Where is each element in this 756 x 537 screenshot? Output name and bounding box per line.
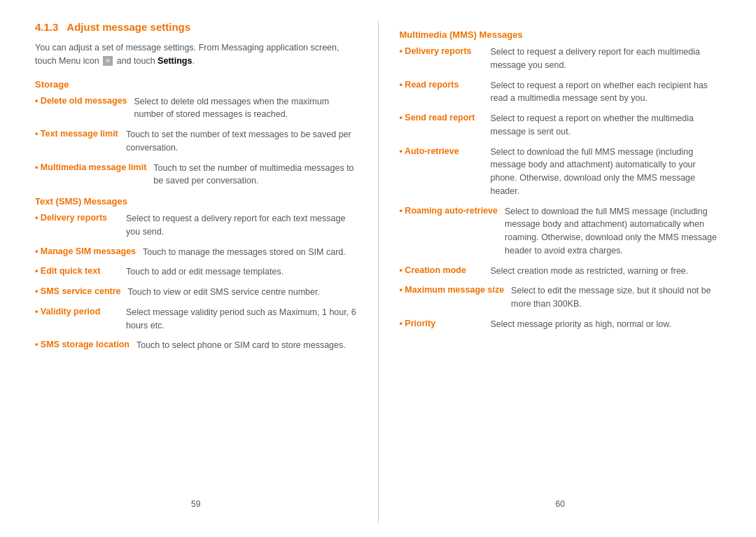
- item-label: Maximum message size: [400, 284, 512, 297]
- item-desc: Touch to view or edit SMS service centre…: [128, 286, 357, 299]
- list-item: SMS service centre Touch to view or edit…: [35, 286, 357, 299]
- sms-section-title: Text (SMS) Messages: [35, 196, 357, 207]
- item-desc: Select to download the full MMS message …: [505, 205, 721, 258]
- item-desc: Touch to set the number of text messages…: [126, 128, 357, 155]
- menu-icon: ≡: [103, 56, 113, 66]
- list-item: Priority Select message priority as high…: [400, 318, 722, 331]
- page-right: Multimedia (MMS) Messages Delivery repor…: [379, 21, 743, 523]
- storage-section-title: Storage: [35, 79, 357, 90]
- list-item: Creation mode Select creation mode as re…: [400, 265, 722, 278]
- page-left: 4.1.3 Adjust message settings You can ad…: [14, 21, 379, 523]
- mms-list: Delivery reports Select to request a del…: [400, 46, 722, 331]
- list-item: Read reports Select to request a report …: [400, 79, 722, 106]
- item-desc: Select creation mode as restricted, warn…: [491, 265, 722, 278]
- mms-section-title: Multimedia (MMS) Messages: [400, 29, 722, 40]
- list-item: Validity period Select message validity …: [35, 306, 357, 333]
- item-label: SMS storage location: [35, 339, 136, 351]
- list-item: Auto-retrieve Select to download the ful…: [400, 146, 722, 198]
- list-item: Delivery reports Select to request a del…: [400, 46, 722, 72]
- intro-text-middle: and touch: [117, 56, 155, 66]
- item-label: Text message limit: [35, 128, 126, 141]
- item-desc: Select message priority as high, normal …: [491, 318, 722, 331]
- item-label: Delete old messages: [35, 95, 134, 108]
- page-number-left: 59: [14, 492, 378, 516]
- item-label: Read reports: [400, 79, 491, 92]
- chapter-heading: Adjust message settings: [66, 21, 190, 33]
- list-item: Manage SIM messages Touch to manage the …: [35, 246, 357, 259]
- list-item: SMS storage location Touch to select pho…: [35, 339, 357, 352]
- item-desc: Select to download the full MMS message …: [491, 146, 722, 198]
- item-label: Send read report: [400, 112, 491, 125]
- settings-bold: Settings: [158, 56, 192, 66]
- item-label: SMS service centre: [35, 286, 128, 298]
- item-desc: Touch to add or edit message templates.: [126, 265, 357, 279]
- intro-paragraph: You can adjust a set of message settings…: [35, 41, 357, 68]
- page-number-right: 60: [379, 492, 743, 516]
- item-desc: Select to request a report on whether th…: [491, 112, 722, 139]
- item-label: Multimedia message limit: [35, 162, 153, 174]
- chapter-number: 4.1.3: [35, 21, 58, 33]
- item-desc: Touch to set the number of multimedia me…: [153, 162, 356, 188]
- item-label: Delivery reports: [35, 212, 126, 225]
- item-label: Creation mode: [400, 265, 491, 277]
- item-label: Edit quick text: [35, 265, 126, 278]
- storage-list: Delete old messages Select to delete old…: [35, 95, 357, 188]
- item-desc: Select to request a report on whether ea…: [491, 79, 722, 106]
- item-desc: Select to delete old messages when the m…: [134, 95, 357, 122]
- chapter-title: 4.1.3 Adjust message settings: [35, 21, 357, 33]
- list-item: Text message limit Touch to set the numb…: [35, 128, 357, 155]
- list-item: Multimedia message limit Touch to set th…: [35, 162, 357, 188]
- item-label: Validity period: [35, 306, 126, 319]
- list-item: Delivery reports Select to request a del…: [35, 212, 357, 239]
- item-desc: Select message validity period such as M…: [126, 306, 357, 333]
- item-label: Roaming auto-retrieve: [400, 205, 505, 218]
- item-label: Manage SIM messages: [35, 246, 143, 258]
- item-desc: Touch to select phone or SIM card to sto…: [136, 339, 357, 352]
- item-label: Priority: [400, 318, 491, 330]
- list-item: Delete old messages Select to delete old…: [35, 95, 357, 122]
- item-desc: Select to request a delivery report for …: [491, 46, 722, 72]
- item-desc: Select to edit the message size, but it …: [511, 284, 721, 311]
- sms-list: Delivery reports Select to request a del…: [35, 212, 357, 352]
- item-label: Delivery reports: [400, 46, 491, 58]
- list-item: Roaming auto-retrieve Select to download…: [400, 205, 722, 258]
- item-label: Auto-retrieve: [400, 146, 491, 158]
- list-item: Edit quick text Touch to add or edit mes…: [35, 265, 357, 279]
- list-item: Maximum message size Select to edit the …: [400, 284, 722, 311]
- item-desc: Touch to manage the messages stored on S…: [143, 246, 356, 259]
- item-desc: Select to request a delivery report for …: [126, 212, 357, 239]
- intro-end: .: [192, 56, 194, 66]
- list-item: Send read report Select to request a rep…: [400, 112, 722, 139]
